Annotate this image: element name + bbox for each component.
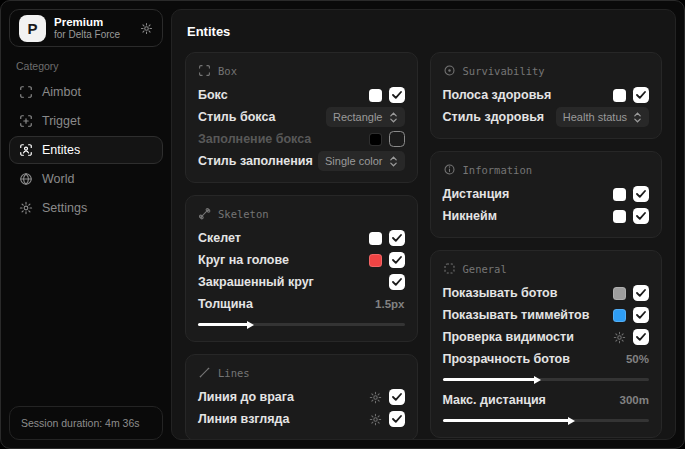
bone-icon	[198, 207, 211, 220]
checkbox-health-bar[interactable]	[633, 87, 649, 103]
session-duration: Session duration: 4m 36s	[9, 406, 163, 440]
enemy-line-settings-icon[interactable]	[369, 391, 382, 404]
color-swatch[interactable]	[369, 89, 382, 102]
thickness-value: 1.5px	[375, 298, 404, 310]
color-swatch[interactable]	[613, 287, 626, 300]
checkbox-show-teammates[interactable]	[633, 307, 649, 323]
color-swatch[interactable]	[613, 210, 626, 223]
card-title: Survivability	[463, 65, 545, 77]
checkbox-box-enable[interactable]	[389, 87, 405, 103]
setting-row-view-line: Линия взгляда	[198, 408, 405, 430]
logo-title: Premium	[54, 16, 132, 29]
logo-settings-icon[interactable]	[140, 22, 153, 35]
card-title: General	[463, 263, 507, 275]
color-swatch[interactable]	[369, 133, 382, 146]
general-card: General Показывать ботов Показывать тимм…	[430, 250, 663, 438]
chevron-up-down-icon	[389, 112, 398, 123]
sidebar-item-trigget[interactable]: Trigget	[9, 107, 163, 135]
setting-row-show-teammates: Показывать тиммейтов	[443, 304, 650, 326]
checkbox-show-bots[interactable]	[633, 285, 649, 301]
checkbox-filled-circle[interactable]	[389, 274, 405, 290]
slider-thumb[interactable]	[247, 321, 254, 329]
sidebar-item-label: Trigget	[42, 114, 80, 128]
bot-opacity-value: 50%	[626, 353, 649, 365]
setting-row-filled-circle: Закрашенный круг	[198, 271, 405, 293]
sidebar-item-world[interactable]: World	[9, 165, 163, 193]
category-label: Category	[16, 60, 156, 72]
aimbot-icon	[19, 85, 33, 99]
visibility-settings-icon[interactable]	[613, 331, 626, 344]
sidebar-item-settings[interactable]: Settings	[9, 194, 163, 222]
chevron-up-down-icon	[389, 156, 398, 167]
sidebar-item-label: World	[42, 172, 74, 186]
lines-card: Lines Линия до врага Линия взгляда	[185, 354, 418, 440]
checkbox-skeleton[interactable]	[389, 230, 405, 246]
info-icon	[443, 163, 456, 176]
sidebar-item-label: Entites	[42, 143, 80, 157]
logo-subtitle: for Delta Force	[54, 29, 132, 41]
max-distance-slider[interactable]	[443, 419, 650, 422]
sidebar-item-label: Aimbot	[42, 85, 81, 99]
box-style-select[interactable]: Rectangle	[326, 107, 405, 127]
checkbox-enemy-line[interactable]	[389, 389, 405, 405]
color-swatch[interactable]	[369, 232, 382, 245]
logo-card: P Premium for Delta Force	[9, 9, 163, 47]
setting-row-skeleton-enable: Скелет	[198, 227, 405, 249]
setting-row-fill-style: Стиль заполнения Single color	[198, 150, 405, 172]
globe-icon	[19, 172, 33, 186]
setting-row-enemy-line: Линия до врага	[198, 386, 405, 408]
logo-badge: P	[19, 15, 46, 42]
color-swatch[interactable]	[613, 89, 626, 102]
color-swatch[interactable]	[613, 309, 626, 322]
sidebar-item-label: Settings	[42, 201, 87, 215]
fill-style-select[interactable]: Single color	[318, 151, 404, 171]
skeleton-card: Skeleton Скелет Круг на голове	[185, 195, 418, 342]
setting-row-max-distance: Макс. дистанция 300m	[443, 389, 650, 422]
gear-icon	[19, 201, 33, 215]
setting-row-health-style: Стиль здоровья Health status	[443, 106, 650, 128]
information-card: Information Дистанция Никнейм	[430, 151, 663, 238]
checkbox-visibility-check[interactable]	[633, 329, 649, 345]
checkbox-view-line[interactable]	[389, 411, 405, 427]
slider-thumb[interactable]	[534, 376, 541, 384]
setting-row-show-bots: Показывать ботов	[443, 282, 650, 304]
health-style-select[interactable]: Health status	[556, 107, 649, 127]
color-swatch[interactable]	[369, 254, 382, 267]
checkbox-head-circle[interactable]	[389, 252, 405, 268]
card-title: Box	[218, 65, 237, 77]
survivability-card: Survivability Полоса здоровья Стиль здор…	[430, 52, 663, 139]
line-icon	[198, 366, 211, 379]
sidebar: P Premium for Delta Force Category Aimbo…	[1, 1, 171, 448]
thickness-slider[interactable]	[198, 323, 405, 326]
main-panel: Entites Box Бокс	[171, 9, 676, 440]
target-dot-icon	[443, 64, 456, 77]
card-title: Lines	[218, 367, 250, 379]
max-distance-value: 300m	[620, 394, 649, 406]
sidebar-item-entites[interactable]: Entites	[9, 136, 163, 164]
bot-opacity-slider[interactable]	[443, 378, 650, 381]
setting-row-box-style: Стиль бокса Rectangle	[198, 106, 405, 128]
setting-row-thickness: Толщина 1.5px	[198, 293, 405, 326]
checkbox-box-fill[interactable]	[389, 131, 405, 147]
sidebar-item-aimbot[interactable]: Aimbot	[9, 78, 163, 106]
card-title: Information	[463, 164, 533, 176]
setting-row-distance: Дистанция	[443, 183, 650, 205]
setting-row-head-circle: Круг на голове	[198, 249, 405, 271]
setting-row-nickname: Никнейм	[443, 205, 650, 227]
box-card: Box Бокс Стиль бокса Rectangle	[185, 52, 418, 183]
view-line-settings-icon[interactable]	[369, 413, 382, 426]
trigger-icon	[19, 114, 33, 128]
setting-row-bot-opacity: Прозрачность ботов 50%	[443, 348, 650, 381]
checkbox-distance[interactable]	[633, 186, 649, 202]
dashed-box-icon	[443, 262, 456, 275]
slider-thumb[interactable]	[568, 417, 575, 425]
session-duration-label: Session duration: 4m 36s	[21, 417, 139, 429]
chevron-up-down-icon	[633, 112, 642, 123]
card-title: Skeleton	[218, 208, 269, 220]
entities-icon	[19, 143, 33, 157]
setting-row-health-bar: Полоса здоровья	[443, 84, 650, 106]
app-window: P Premium for Delta Force Category Aimbo…	[0, 0, 685, 449]
color-swatch[interactable]	[613, 188, 626, 201]
setting-row-visibility-check: Проверка видимости	[443, 326, 650, 348]
checkbox-nickname[interactable]	[633, 208, 649, 224]
